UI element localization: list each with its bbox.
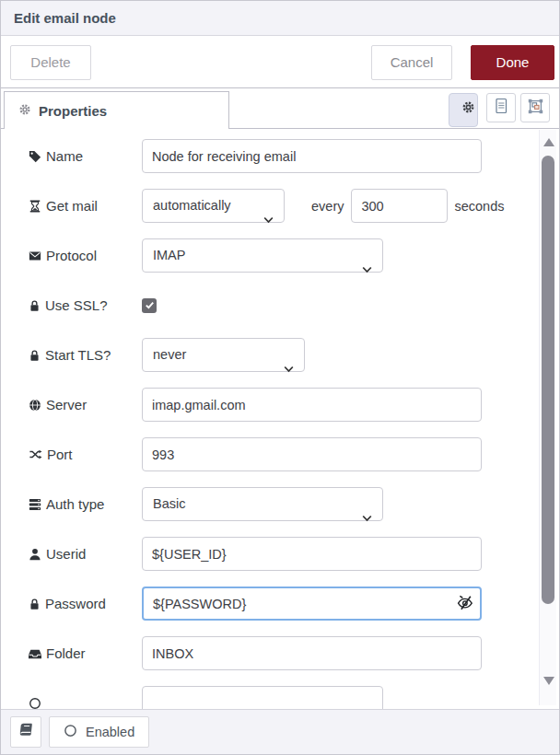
protocol-select[interactable]: IMAP (142, 238, 383, 273)
password-label: Password (45, 596, 106, 611)
server-label: Server (46, 397, 87, 412)
user-icon (29, 548, 41, 561)
form-row-userid: Userid (29, 537, 559, 571)
chevron-down-icon (362, 253, 372, 285)
form-scrollbar[interactable] (539, 130, 556, 705)
interval-input[interactable] (351, 189, 448, 223)
get-mail-select[interactable]: automatically (142, 189, 285, 223)
auth-type-label: Auth type (46, 496, 104, 512)
protocol-label: Protocol (46, 248, 97, 263)
lock-icon (29, 299, 41, 312)
shuffle-icon (29, 448, 42, 460)
inbox-icon (29, 647, 41, 660)
eye-slash-icon[interactable] (457, 595, 473, 610)
password-input[interactable] (142, 587, 482, 621)
form-row-port: Port (29, 437, 559, 471)
node-enabled-toggle[interactable]: Enabled (49, 716, 149, 748)
form-row-folder: Folder (29, 636, 559, 670)
tab-properties-label: Properties (39, 103, 107, 119)
appearance-tab-button[interactable] (520, 93, 550, 122)
tab-strip: Properties (1, 89, 559, 129)
description-tab-button[interactable] (486, 93, 516, 122)
tag-icon (29, 150, 41, 163)
globe-icon (29, 399, 41, 412)
use-ssl-checkbox[interactable] (142, 298, 157, 313)
chevron-down-icon (362, 502, 372, 534)
form-row-start-tls: Start TLS? never (29, 338, 559, 372)
envelope-icon (29, 250, 41, 262)
seconds-label: seconds (454, 199, 504, 214)
appearance-frame-icon (528, 99, 543, 118)
document-icon (494, 98, 508, 118)
every-label: every (311, 199, 344, 214)
scroll-down-arrow-icon[interactable] (543, 677, 554, 685)
dialog-button-bar: Delete Cancel Done (1, 37, 559, 88)
properties-form: Name Get mail automatically (1, 129, 559, 710)
folder-input[interactable] (142, 636, 482, 670)
start-tls-select[interactable]: never (142, 338, 305, 372)
form-row-auth-type: Auth type Basic (29, 487, 559, 521)
cancel-button[interactable]: Cancel (371, 45, 452, 80)
partial-select[interactable] (142, 686, 383, 710)
chevron-down-icon (284, 353, 294, 385)
folder-label: Folder (46, 645, 86, 661)
properties-tab-button[interactable] (449, 93, 478, 127)
edit-email-node-dialog: Edit email node Delete Cancel Done Prope… (0, 0, 560, 755)
form-row-partial (29, 686, 559, 710)
form-row-use-ssl: Use SSL? (29, 288, 559, 322)
check-icon (145, 297, 155, 314)
enabled-label: Enabled (86, 725, 134, 739)
form-row-protocol: Protocol IMAP (29, 238, 559, 273)
get-mail-label: Get mail (46, 198, 98, 214)
hourglass-icon (29, 200, 41, 213)
name-input[interactable] (142, 139, 482, 173)
dialog-title: Edit email node (1, 1, 559, 36)
lock-icon (29, 598, 41, 610)
userid-label: Userid (46, 546, 86, 562)
delete-button[interactable]: Delete (10, 45, 91, 80)
form-row-password: Password (29, 587, 559, 621)
gear-icon (461, 94, 475, 126)
dot-icon (29, 697, 41, 710)
dialog-footer: Enabled (1, 709, 559, 754)
scroll-up-arrow-icon[interactable] (543, 138, 554, 146)
form-row-server: Server (29, 388, 559, 422)
port-label: Port (47, 447, 73, 462)
port-input[interactable] (142, 437, 482, 471)
book-icon (18, 723, 33, 741)
node-help-button[interactable] (10, 716, 41, 748)
auth-type-select[interactable]: Basic (142, 487, 383, 521)
server-input[interactable] (142, 388, 482, 422)
chevron-down-icon (263, 203, 274, 236)
scrollbar-thumb[interactable] (542, 156, 554, 604)
tab-properties[interactable]: Properties (4, 91, 229, 129)
name-label: Name (46, 148, 83, 164)
userid-input[interactable] (142, 537, 482, 571)
use-ssl-label: Use SSL? (45, 297, 108, 313)
done-button[interactable]: Done (471, 45, 554, 80)
gear-icon (18, 103, 31, 119)
lock-icon (29, 349, 41, 362)
circle-icon (64, 724, 77, 740)
server-stack-icon (29, 498, 41, 511)
form-row-name: Name (29, 139, 559, 173)
start-tls-label: Start TLS? (45, 347, 111, 363)
form-row-get-mail: Get mail automatically every seconds (29, 189, 559, 223)
